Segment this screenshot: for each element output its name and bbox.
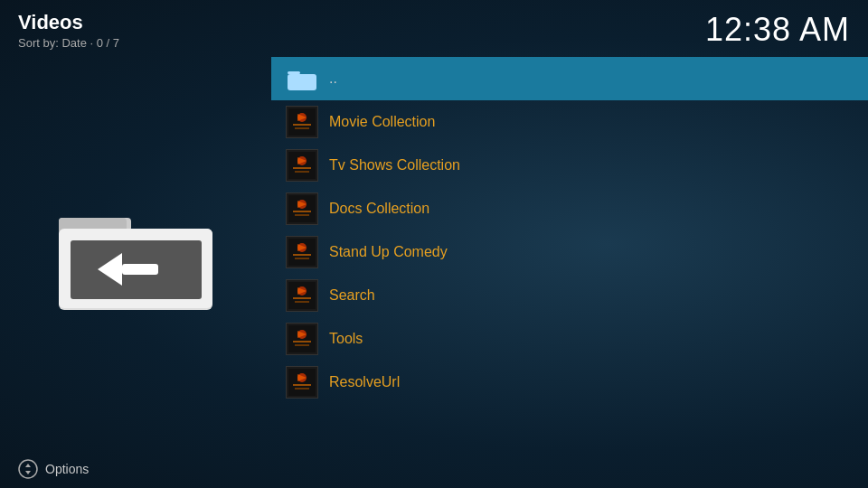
addon-thumb-standup (286, 236, 318, 268)
clock: 12:38 AM (705, 11, 850, 49)
title-section: Videos Sort by: Date · 0 / 7 (18, 11, 119, 50)
svg-rect-31 (293, 297, 311, 299)
options-icon (18, 459, 38, 479)
main-content: .. Movie Collection (0, 57, 868, 450)
svg-point-44 (19, 460, 37, 478)
svg-rect-32 (295, 301, 309, 303)
addon-thumb-resolveurl (286, 366, 318, 399)
svg-rect-11 (293, 124, 311, 126)
addon-thumb-docs (286, 192, 318, 225)
folder-back-icon (54, 191, 217, 317)
svg-rect-17 (295, 171, 309, 173)
back-folder-icon (286, 62, 318, 95)
list-item-resolveurl-label: ResolveUrl (329, 374, 400, 390)
list-item-tv-shows[interactable]: Tv Shows Collection (271, 144, 868, 187)
list-item-back[interactable]: .. (271, 57, 868, 100)
list-item-standup-label: Stand Up Comedy (329, 244, 448, 260)
list-item-tv-label: Tv Shows Collection (329, 157, 460, 174)
svg-rect-16 (293, 167, 311, 169)
sort-info: Sort by: Date · 0 / 7 (18, 36, 119, 50)
screen: Videos Sort by: Date · 0 / 7 12:38 AM (0, 0, 868, 488)
svg-marker-45 (25, 464, 31, 467)
svg-rect-21 (293, 211, 311, 212)
list-item-search-label: Search (329, 287, 375, 304)
list-item-docs[interactable]: Docs Collection (271, 187, 868, 230)
list-item-resolveurl[interactable]: ResolveUrl (271, 361, 868, 404)
top-bar: Videos Sort by: Date · 0 / 7 12:38 AM (0, 0, 868, 57)
list-item-movie-collection[interactable]: Movie Collection (271, 100, 868, 144)
list-item-standup[interactable]: Stand Up Comedy (271, 230, 868, 274)
svg-rect-41 (293, 384, 311, 386)
svg-rect-42 (295, 388, 309, 389)
svg-marker-46 (25, 471, 31, 474)
left-panel (0, 57, 271, 450)
addon-thumb-tools (286, 323, 318, 355)
svg-rect-37 (295, 344, 309, 346)
folder-icon-container (54, 191, 217, 317)
addon-thumb-tv (286, 149, 318, 182)
right-panel: .. Movie Collection (271, 57, 868, 450)
svg-rect-7 (288, 71, 300, 74)
list-item-search[interactable]: Search (271, 274, 868, 317)
options-label[interactable]: Options (45, 462, 89, 476)
svg-rect-5 (122, 264, 158, 275)
bottom-bar: Options (0, 450, 868, 488)
list-item-tools-label: Tools (329, 331, 363, 347)
svg-rect-26 (293, 254, 311, 256)
page-title: Videos (18, 11, 119, 34)
svg-rect-8 (288, 74, 316, 90)
svg-rect-22 (295, 214, 309, 216)
list-item-tools[interactable]: Tools (271, 317, 868, 361)
list-item-docs-label: Docs Collection (329, 201, 429, 217)
list-item-movie-label: Movie Collection (329, 114, 435, 130)
svg-rect-12 (295, 127, 309, 129)
addon-thumb-movie (286, 106, 318, 138)
list-item-back-label: .. (329, 70, 337, 87)
svg-rect-27 (295, 258, 309, 259)
addon-thumb-search (286, 279, 318, 312)
svg-rect-36 (293, 341, 311, 343)
